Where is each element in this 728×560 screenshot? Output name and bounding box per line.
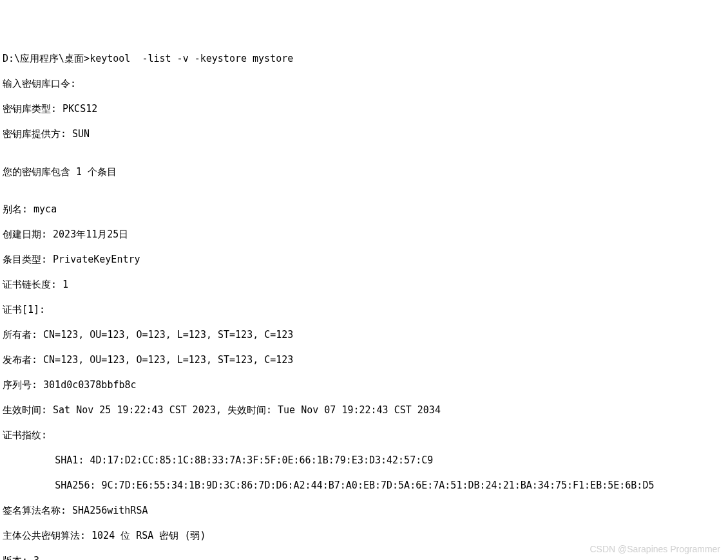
entry-type: 条目类型: PrivateKeyEntry [3, 254, 725, 266]
keystore-provider: 密钥库提供方: SUN [3, 128, 725, 141]
cert-index: 证书[1]: [3, 304, 725, 317]
terminal-prompt-line: D:\应用程序\桌面>keytool -list -v -keystore my… [3, 53, 725, 66]
alias: 别名: myca [3, 203, 725, 216]
watermark: CSDN @Sarapines Programmer [590, 543, 721, 555]
password-prompt: 输入密钥库口令: [3, 78, 725, 91]
fingerprints-label: 证书指纹: [3, 429, 725, 442]
issuer: 发布者: CN=123, OU=123, O=123, L=123, ST=12… [3, 354, 725, 367]
validity: 生效时间: Sat Nov 25 19:22:43 CST 2023, 失效时间… [3, 404, 725, 417]
sha256-fingerprint: SHA256: 9C:7D:E6:55:34:1B:9D:3C:86:7D:D6… [3, 480, 725, 492]
entry-count: 您的密钥库包含 1 个条目 [3, 166, 725, 179]
serial: 序列号: 301d0c0378bbfb8c [3, 379, 725, 392]
sha1-fingerprint: SHA1: 4D:17:D2:CC:85:1C:8B:33:7A:3F:5F:0… [3, 454, 725, 467]
public-key-algorithm: 主体公共密钥算法: 1024 位 RSA 密钥 (弱) [3, 530, 725, 543]
version: 版本: 3 [3, 555, 725, 560]
chain-length: 证书链长度: 1 [3, 279, 725, 292]
signature-algorithm: 签名算法名称: SHA256withRSA [3, 505, 725, 518]
creation-date: 创建日期: 2023年11月25日 [3, 229, 725, 241]
keystore-type: 密钥库类型: PKCS12 [3, 103, 725, 116]
owner: 所有者: CN=123, OU=123, O=123, L=123, ST=12… [3, 329, 725, 342]
